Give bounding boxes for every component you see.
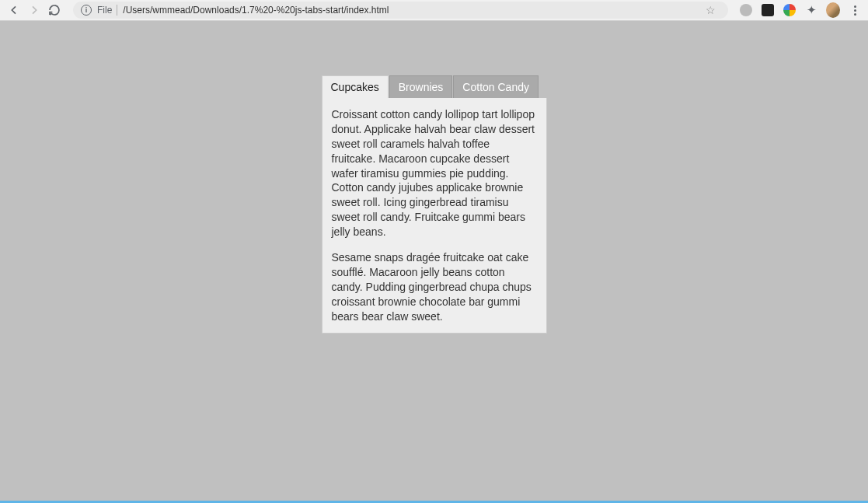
site-info-icon[interactable]: i [81, 5, 92, 16]
tab-cupcakes[interactable]: Cupcakes [322, 75, 389, 98]
bookmark-star-icon[interactable]: ☆ [706, 4, 716, 16]
back-button[interactable] [6, 2, 22, 18]
file-scheme-label: File [97, 5, 117, 16]
tabs-widget: Cupcakes Brownies Cotton Candy Croissant… [322, 75, 547, 501]
tab-panel-cupcakes: Croissant cotton candy lollipop tart lol… [322, 98, 547, 334]
address-bar[interactable]: i File /Users/wmmead/Downloads/1.7%20-%2… [73, 2, 728, 19]
reload-button[interactable] [47, 2, 62, 18]
forward-button[interactable] [26, 2, 42, 18]
content-paragraph-2: Sesame snaps dragée fruitcake oat cake s… [332, 250, 537, 323]
account-icon[interactable] [739, 3, 753, 17]
tab-brownies[interactable]: Brownies [389, 75, 453, 98]
tab-cotton-candy[interactable]: Cotton Candy [453, 75, 539, 98]
extension-icon-2[interactable] [783, 3, 797, 17]
tab-list: Cupcakes Brownies Cotton Candy [322, 75, 547, 98]
profile-avatar[interactable] [826, 3, 840, 17]
extensions-icon[interactable]: ✦ [804, 3, 818, 17]
page-body: Cupcakes Brownies Cotton Candy Croissant… [0, 21, 868, 503]
browser-toolbar: i File /Users/wmmead/Downloads/1.7%20-%2… [0, 0, 868, 21]
toolbar-icons: ✦ [739, 3, 862, 17]
url-text: /Users/wmmead/Downloads/1.7%20-%20js-tab… [123, 5, 700, 16]
extension-icon-1[interactable] [761, 3, 775, 17]
content-paragraph-1: Croissant cotton candy lollipop tart lol… [332, 107, 537, 239]
browser-menu-icon[interactable] [848, 3, 862, 17]
